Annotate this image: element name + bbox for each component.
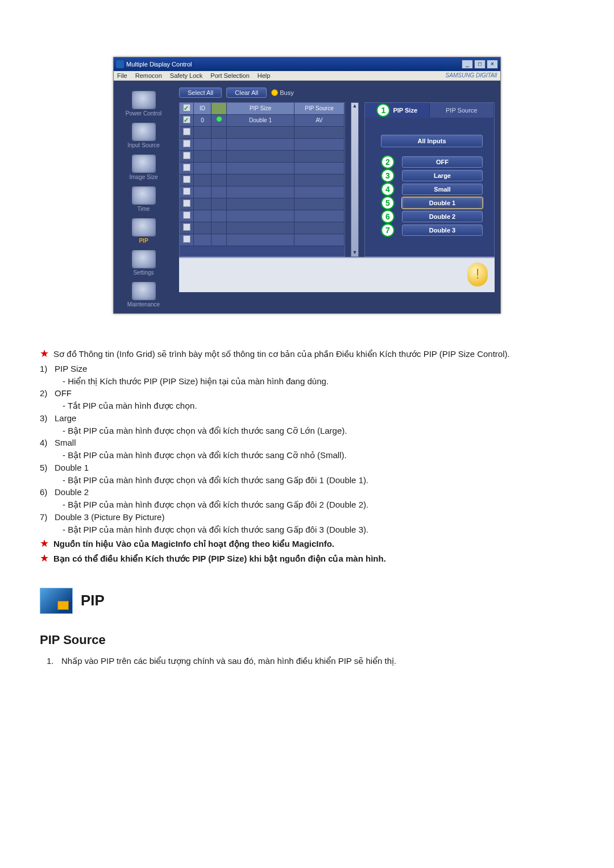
header-checkbox[interactable]	[183, 104, 190, 111]
callout-1: 1	[376, 103, 390, 117]
cell-id	[194, 234, 211, 246]
cell-pip-size	[227, 186, 294, 198]
sidebar-item-settings[interactable]: Settings	[114, 250, 173, 276]
menu-safety-lock[interactable]: Safety Lock	[170, 72, 202, 79]
table-row[interactable]	[180, 175, 345, 186]
cell-status	[211, 163, 227, 174]
cell-pip-size	[227, 175, 294, 186]
menu-port-selection[interactable]: Port Selection	[210, 72, 249, 79]
sidebar-item-pip[interactable]: PIP	[114, 218, 173, 244]
pip-size-option-button[interactable]: Large	[402, 170, 483, 181]
menu-file[interactable]: File	[117, 72, 127, 79]
settings-icon	[132, 250, 156, 268]
row-checkbox[interactable]	[183, 116, 190, 123]
sidebar-item-time[interactable]: Time	[114, 186, 173, 212]
tab-pip-source[interactable]: PIP Source	[430, 103, 495, 118]
menu-remocon[interactable]: Remocon	[135, 72, 162, 79]
cell-id	[194, 222, 211, 234]
table-row[interactable]	[180, 210, 345, 222]
row-checkbox[interactable]	[183, 200, 190, 207]
row-checkbox[interactable]	[183, 211, 190, 219]
table-row[interactable]: 0Double 1AV	[180, 115, 345, 127]
row-checkbox[interactable]	[183, 188, 190, 195]
star-icon: ★	[40, 538, 49, 550]
tab-pip-size-label: PIP Size	[393, 107, 417, 114]
scroll-down-icon[interactable]: ▼	[351, 250, 358, 256]
item-title: OFF	[55, 387, 574, 400]
cell-id	[194, 175, 211, 186]
grid-scrollbar[interactable]: ▲ ▼	[351, 102, 359, 257]
numbered-item: 5)Double 1- Bật PIP của màn hình được ch…	[40, 462, 574, 487]
toolbar: Select All Clear All Busy	[179, 88, 495, 98]
minimize-button[interactable]: _	[462, 60, 473, 69]
cell-pip-source	[294, 175, 345, 186]
note-2: Bạn có thể điều khiển Kích thước PIP (PI…	[53, 553, 386, 565]
tab-pip-size[interactable]: 1 PIP Size	[365, 103, 430, 118]
brand-label: SAMSUNG DIGITAll	[446, 72, 497, 78]
row-checkbox[interactable]	[183, 176, 190, 183]
cell-pip-size	[227, 163, 294, 174]
busy-label: Busy	[280, 89, 293, 96]
cell-pip-size	[227, 139, 294, 150]
numbered-item: 4)Small- Bật PIP của màn hình được chọn …	[40, 437, 574, 462]
item-description: - Bật PIP của màn hình được chọn và đổi …	[40, 499, 574, 511]
pip-size-option-button[interactable]: Double 3	[402, 225, 483, 236]
numbered-item: 2)OFF- Tắt PIP của màn hình được chọn.	[40, 387, 574, 412]
item-number: 3)	[40, 412, 55, 425]
col-header-pip-source: PIP Source	[294, 103, 345, 114]
sidebar-item-maintenance[interactable]: Maintenance	[114, 282, 173, 308]
item-title: Double 3 (Picture By Picture)	[55, 511, 574, 524]
pip-size-option-button[interactable]: OFF	[402, 156, 483, 168]
item-number: 7)	[40, 511, 55, 524]
callout-2: 2	[381, 155, 395, 169]
select-all-button[interactable]: Select All	[179, 88, 222, 98]
scroll-up-icon[interactable]: ▲	[351, 103, 358, 110]
row-checkbox[interactable]	[183, 128, 190, 135]
row-checkbox[interactable]	[183, 235, 190, 243]
cell-id: 0	[194, 115, 211, 126]
pip-size-option-button[interactable]: Small	[402, 184, 483, 195]
cell-pip-source	[294, 186, 345, 198]
menu-help[interactable]: Help	[258, 72, 271, 79]
cell-status	[211, 222, 227, 234]
row-checkbox[interactable]	[183, 140, 190, 147]
table-row[interactable]	[180, 151, 345, 163]
sidebar-item-image-size[interactable]: Image Size	[114, 155, 173, 180]
table-row[interactable]	[180, 222, 345, 234]
table-row[interactable]	[180, 139, 345, 151]
row-checkbox[interactable]	[183, 152, 190, 159]
title-bar: Multiple Display Control _ □ ×	[114, 57, 500, 71]
col-header-id: ID	[194, 103, 211, 114]
cell-pip-source	[294, 139, 345, 150]
callout-6: 6	[381, 210, 395, 223]
all-inputs-button[interactable]: All Inputs	[381, 135, 483, 147]
item-description: - Bật PIP của màn hình được chọn và đổi …	[40, 524, 574, 536]
item-title: Small	[55, 437, 574, 449]
sidebar-item-power-control[interactable]: Power Control	[114, 91, 173, 117]
clear-all-button[interactable]: Clear All	[226, 88, 267, 98]
cell-id	[194, 151, 211, 162]
close-button[interactable]: ×	[487, 60, 498, 69]
pip-size-option-button[interactable]: Double 1	[402, 197, 483, 209]
sidebar: Power Control Input Source Image Size Ti…	[114, 81, 173, 313]
grid-header-row: ID PIP Size PIP Source	[180, 103, 345, 115]
table-row[interactable]	[180, 186, 345, 198]
table-row[interactable]	[180, 234, 345, 246]
menu-bar: File Remocon Safety Lock Port Selection …	[114, 71, 500, 81]
item-title: Large	[55, 412, 574, 425]
table-row[interactable]	[180, 127, 345, 139]
sidebar-item-input-source[interactable]: Input Source	[114, 123, 173, 148]
row-checkbox[interactable]	[183, 223, 190, 231]
row-checkbox[interactable]	[183, 164, 190, 171]
table-row[interactable]	[180, 163, 345, 175]
maximize-button[interactable]: □	[474, 60, 486, 69]
cell-pip-source	[294, 222, 345, 234]
cell-pip-size	[227, 222, 294, 234]
item-number: 2)	[40, 387, 55, 400]
pip-size-option-button[interactable]: Double 2	[402, 211, 483, 222]
busy-dot-icon	[271, 89, 278, 96]
pip-size-option-row: 7Double 3	[381, 223, 483, 237]
cell-pip-source	[294, 210, 345, 222]
cell-status	[211, 210, 227, 222]
table-row[interactable]	[180, 198, 345, 210]
